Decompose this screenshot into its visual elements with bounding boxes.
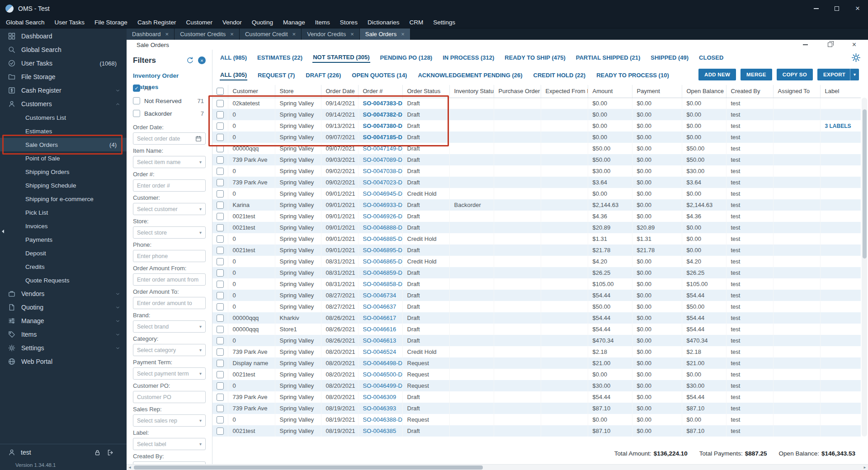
vertical-scrollbar[interactable]	[862, 98, 867, 437]
sidebar-item-quoting[interactable]: Quoting	[0, 301, 127, 314]
subtab-request-7[interactable]: REQUEST (7)	[257, 70, 295, 80]
sidebar-item-payments[interactable]: Payments	[0, 233, 127, 246]
chevron-down-icon[interactable]: ▾	[850, 69, 859, 80]
menu-item-stores[interactable]: Stores	[335, 17, 363, 28]
scroll-left-icon[interactable]: ◄	[127, 465, 133, 470]
order-number-link[interactable]: SO-0046933-D	[363, 202, 402, 208]
filter-store-input[interactable]: Select store▾	[133, 226, 206, 239]
order-number-link[interactable]: SO-0046309	[363, 394, 396, 400]
order-number-link[interactable]: SO-0047089-D	[363, 156, 402, 163]
scroll-right-icon[interactable]: ►	[862, 465, 868, 470]
order-number-link[interactable]: SO-0046885-D	[363, 235, 402, 242]
checkbox-icon[interactable]	[133, 110, 140, 117]
sidebar-item-settings[interactable]: Settings	[0, 341, 127, 355]
mdi-close-button[interactable]: ×	[852, 41, 856, 48]
column-header-created-by[interactable]: Created By	[726, 85, 773, 98]
row-checkbox[interactable]	[217, 202, 224, 209]
vertical-scrollbar-thumb[interactable]	[863, 109, 867, 258]
order-number-link[interactable]: SO-0046393	[363, 405, 396, 412]
tab-vendor-credits[interactable]: Vendor Credits×	[302, 28, 360, 40]
row-checkbox[interactable]	[217, 394, 224, 401]
horizontal-scrollbar-thumb[interactable]	[134, 465, 483, 470]
subtab-ready-to-process-10[interactable]: READY TO PROCESS (10)	[596, 70, 670, 80]
column-header-payment[interactable]: Payment	[632, 85, 682, 98]
status-tab-in-process-312[interactable]: IN PROCESS (312)	[442, 53, 495, 62]
filter-label-input[interactable]: Select label▾	[133, 438, 206, 450]
status-tab-partial-shipped-21[interactable]: PARTIAL SHIPPED (21)	[576, 53, 641, 62]
button-export[interactable]: EXPORT▾	[817, 69, 859, 80]
column-header-customer[interactable]: Customer	[228, 85, 275, 98]
sidebar-item-items[interactable]: Items	[0, 328, 127, 341]
order-number-link[interactable]: SO-0047149-D	[363, 145, 402, 152]
sidebar-collapse-icon[interactable]	[0, 229, 6, 234]
logout-icon[interactable]	[107, 449, 114, 456]
order-number-link[interactable]: SO-0046385	[363, 428, 396, 434]
tab-close-icon[interactable]: ×	[230, 31, 234, 37]
status-tab-all-985[interactable]: ALL (985)	[220, 53, 247, 62]
menu-item-cash-register[interactable]: Cash Register	[132, 17, 181, 28]
window-close-button[interactable]: ×	[847, 0, 868, 17]
sidebar-item-pick-list[interactable]: Pick List	[0, 206, 127, 219]
row-checkbox[interactable]	[217, 371, 224, 378]
row-checkbox[interactable]	[217, 156, 224, 164]
subtab-acknowledgement-pending-26[interactable]: ACKNOWLEDGEMENT PENDING (26)	[417, 70, 523, 80]
column-header-store[interactable]: Store	[275, 85, 321, 98]
row-checkbox[interactable]	[217, 337, 224, 344]
window-maximize-button[interactable]	[826, 0, 847, 17]
order-number-link[interactable]: SO-0046388-D	[363, 416, 402, 423]
row-checkbox[interactable]	[217, 292, 224, 299]
menu-item-crm[interactable]: CRM	[404, 17, 428, 28]
row-checkbox[interactable]	[217, 382, 224, 390]
clear-filters-icon[interactable]: ×	[198, 56, 206, 64]
column-header-assigned-to[interactable]: Assigned To	[773, 85, 820, 98]
menu-item-vendor[interactable]: Vendor	[217, 17, 247, 28]
sidebar-item-file-storage[interactable]: File Storage	[0, 70, 127, 84]
filter-customer-input[interactable]: Select customer▾	[133, 203, 206, 215]
tab-close-icon[interactable]: ×	[350, 31, 354, 37]
row-checkbox[interactable]	[217, 303, 224, 310]
row-checkbox[interactable]	[217, 213, 224, 220]
filter-checkbox-not-reserved[interactable]: Not Reserved71	[133, 95, 206, 107]
order-number-link[interactable]: SO-0047380-D	[363, 122, 402, 129]
column-header-order-date[interactable]: Order Date▼	[321, 85, 358, 98]
order-number-link[interactable]: SO-0046865-D	[363, 258, 402, 265]
row-checkbox[interactable]	[217, 405, 224, 412]
sidebar-item-user-tasks[interactable]: User Tasks(1068)	[0, 56, 127, 70]
button-merge[interactable]: MERGE	[741, 69, 772, 80]
horizontal-scrollbar[interactable]: ◄ ►	[127, 464, 868, 470]
menu-item-user-tasks[interactable]: User Tasks	[50, 17, 90, 28]
row-checkbox[interactable]	[217, 168, 224, 175]
row-checkbox[interactable]	[217, 190, 224, 197]
sidebar-item-estimates[interactable]: Estimates	[0, 124, 127, 138]
order-number-link[interactable]: SO-0046524	[363, 348, 396, 355]
order-number-link[interactable]: SO-0046499-D	[363, 382, 402, 389]
order-number-link[interactable]: SO-0046859-D	[363, 269, 402, 276]
order-number-link[interactable]: SO-0046945-D	[363, 190, 402, 197]
gear-icon[interactable]	[851, 53, 861, 62]
tab-close-icon[interactable]: ×	[401, 31, 405, 37]
sidebar-item-point-of-sale[interactable]: Point of Sale	[0, 151, 127, 165]
sidebar-item-deposit[interactable]: Deposit	[0, 246, 127, 260]
row-checkbox[interactable]	[217, 269, 224, 277]
column-header-expected-from-po[interactable]: Expected From PO	[541, 85, 588, 98]
order-number-link[interactable]: SO-0046926-D	[363, 213, 402, 220]
order-number-link[interactable]: SO-0046613	[363, 337, 396, 344]
row-checkbox[interactable]	[217, 145, 224, 152]
sidebar-item-shipping-orders[interactable]: Shipping Orders	[0, 165, 127, 179]
row-checkbox[interactable]	[217, 179, 224, 186]
subtab-open-quotes-14[interactable]: OPEN QUOTES (14)	[351, 70, 407, 80]
window-minimize-button[interactable]	[806, 0, 826, 17]
tab-customer-credit[interactable]: Customer Credit×	[240, 28, 302, 40]
status-tab-shipped-49[interactable]: SHIPPED (49)	[650, 53, 689, 62]
menu-item-file-storage[interactable]: File Storage	[90, 17, 132, 28]
menu-item-settings[interactable]: Settings	[428, 17, 460, 28]
row-checkbox[interactable]	[217, 360, 224, 367]
order-number-link[interactable]: SO-0047023-D	[363, 179, 402, 186]
checkbox-icon[interactable]: ✓	[133, 85, 140, 92]
order-number-link[interactable]: SO-0046500-D	[363, 371, 402, 378]
status-tab-closed[interactable]: CLOSED	[698, 53, 724, 62]
sidebar-item-quote-requests[interactable]: Quote Requests	[0, 273, 127, 287]
order-number-link[interactable]: SO-0046895-D	[363, 247, 402, 254]
order-number-link[interactable]: SO-0046617	[363, 315, 396, 321]
filter-order-amount-to-input[interactable]: Enter order amount to	[133, 297, 206, 309]
